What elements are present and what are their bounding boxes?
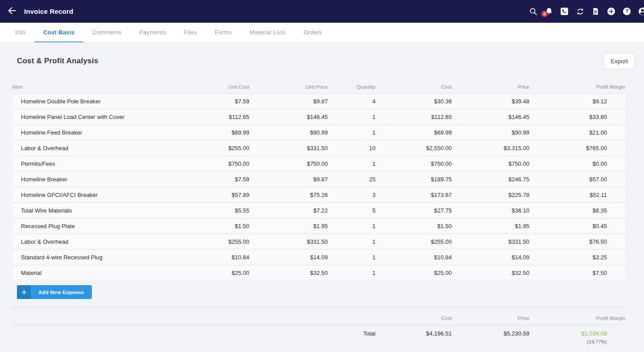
- price-cell: $39.48: [452, 94, 529, 108]
- unit-cost-cell: $57.89: [209, 188, 249, 201]
- total-label: Total: [328, 325, 376, 346]
- tab-files[interactable]: Files: [175, 23, 206, 42]
- table-row[interactable]: Total Wire Materials $5.55 $7.22 5 $27.7…: [12, 204, 625, 217]
- profit-margin-cell: $21.00: [529, 126, 625, 139]
- help-icon[interactable]: ?: [622, 7, 632, 16]
- table-row[interactable]: Homeline GFCI/AFCI Breaker $57.89 $75.26…: [12, 188, 625, 201]
- topbar: Invoice Record 4 ?: [0, 0, 644, 23]
- tab-bar: Info Cost Basis Comments Payments Files …: [0, 23, 644, 43]
- cost-cell: $750.00: [376, 157, 452, 170]
- quantity-cell: 1: [328, 157, 376, 170]
- table-row[interactable]: Recessed Plug Plate $1.50 $1.95 1 $1.50 …: [12, 219, 625, 233]
- unit-cost-cell: $69.99: [209, 126, 249, 139]
- svg-text:?: ?: [625, 8, 628, 14]
- table-row[interactable]: Homeline Feed Breaker $69.99 $90.99 1 $6…: [12, 126, 625, 139]
- table-row[interactable]: Permits/Fees $750.00 $750.00 1 $750.00 $…: [12, 157, 625, 170]
- unit-cost-cell: $5.55: [209, 204, 249, 217]
- table-row[interactable]: Homeline Panel Load Center with Cover $1…: [12, 110, 625, 123]
- table-row[interactable]: Standard 4-wire Recessed Plug $10.84 $14…: [12, 250, 625, 264]
- item-cell: Labor & Overhead: [12, 235, 209, 248]
- column-header-item: Item: [12, 75, 209, 92]
- quantity-cell: 3: [328, 188, 376, 201]
- price-cell: $3,315.00: [452, 141, 529, 155]
- add-new-icon[interactable]: [607, 7, 616, 16]
- unit-price-cell: $750.00: [249, 157, 328, 170]
- cost-table: Item Unit Cost Unit Price Quantity Cost …: [12, 73, 625, 282]
- back-button[interactable]: [4, 4, 20, 19]
- phone-icon[interactable]: [560, 7, 569, 16]
- totals-header-price: Price: [452, 308, 529, 325]
- column-header-profit-margin: Profit Margin: [529, 75, 625, 92]
- profit-margin-cell: $8.35: [529, 204, 625, 217]
- back-arrow-icon: [7, 6, 17, 17]
- add-new-expense-button[interactable]: Add New Expense: [17, 285, 92, 299]
- add-new-expense-label: Add New Expense: [31, 285, 92, 299]
- tab-material-lists[interactable]: Material Lists: [241, 23, 295, 42]
- totals-header-profit-margin: Profit Margin: [529, 308, 625, 325]
- unit-price-cell: $75.26: [249, 188, 328, 201]
- tab-forms[interactable]: Forms: [206, 23, 241, 42]
- export-button[interactable]: Export: [603, 53, 635, 69]
- unit-cost-cell: $750.00: [209, 157, 249, 170]
- tab-payments[interactable]: Payments: [130, 23, 175, 42]
- totals-header-row: Cost Price Profit Margin: [12, 308, 625, 325]
- plus-icon: [17, 285, 31, 299]
- unit-price-cell: $14.09: [249, 250, 328, 264]
- table-row[interactable]: Homeline Breaker $7.59 $9.87 25 $189.75 …: [12, 172, 625, 186]
- section-divider: [12, 307, 625, 307]
- notifications-bell-icon[interactable]: 4: [544, 7, 553, 16]
- section-title: Cost & Profit Analysis: [17, 57, 98, 65]
- profit-margin-cell: $3.25: [529, 250, 625, 264]
- unit-price-cell: $32.50: [249, 266, 328, 279]
- price-cell: $32.50: [452, 266, 529, 279]
- totals-row: Total $4,196.51 $5,230.59 $1,034.08 (19.…: [12, 325, 625, 346]
- unit-price-cell: $9.87: [249, 94, 328, 108]
- price-cell: $90.99: [452, 126, 529, 139]
- unit-cost-cell: $1.50: [209, 219, 249, 233]
- cost-cell: $30.36: [376, 94, 452, 108]
- table-header-row: Item Unit Cost Unit Price Quantity Cost …: [12, 75, 625, 92]
- tab-info[interactable]: Info: [6, 23, 34, 42]
- profit-margin-cell: $7.50: [529, 266, 625, 279]
- table-row[interactable]: Labor & Overhead $255.00 $331.50 1 $255.…: [12, 235, 625, 248]
- table-row[interactable]: Homeline Double Pole Breaker $7.59 $9.87…: [12, 94, 625, 108]
- table-row[interactable]: Labor & Overhead $255.00 $331.50 10 $2,5…: [12, 141, 625, 155]
- profit-margin-cell: $0.00: [529, 157, 625, 170]
- item-cell: Total Wire Materials: [12, 204, 209, 217]
- unit-price-cell: $1.95: [249, 219, 328, 233]
- tab-comments[interactable]: Comments: [83, 23, 130, 42]
- item-cell: Recessed Plug Plate: [12, 219, 209, 233]
- table-row[interactable]: Material $25.00 $32.50 1 $25.00 $32.50 $…: [12, 266, 625, 279]
- cost-cell: $69.99: [376, 126, 452, 139]
- search-icon[interactable]: [528, 7, 538, 16]
- item-cell: Homeline Double Pole Breaker: [12, 94, 209, 108]
- item-cell: Labor & Overhead: [12, 141, 209, 155]
- price-cell: $331.50: [452, 235, 529, 248]
- sync-icon[interactable]: [575, 7, 585, 16]
- quantity-cell: 1: [328, 266, 376, 279]
- tab-cost-basis[interactable]: Cost Basis: [34, 23, 83, 42]
- item-cell: Homeline Breaker: [12, 172, 209, 186]
- total-profit-margin-percent: (19.77%): [529, 338, 607, 346]
- total-profit-margin-value: $1,034.08: [529, 330, 607, 337]
- total-profit-margin-cell: $1,034.08 (19.77%): [529, 325, 625, 346]
- price-cell: $14.09: [452, 250, 529, 264]
- unit-price-cell: $331.50: [249, 141, 328, 155]
- price-cell: $36.10: [452, 204, 529, 217]
- profit-margin-cell: $0.45: [529, 219, 625, 233]
- quantity-cell: 25: [328, 172, 376, 186]
- cost-cell: $112.65: [376, 110, 452, 123]
- tab-orders[interactable]: Orders: [295, 23, 331, 42]
- total-cost-value: $4,196.51: [376, 325, 452, 346]
- price-cell: $225.78: [452, 188, 529, 201]
- unit-cost-cell: $7.59: [209, 172, 249, 186]
- profit-margin-cell: $57.00: [529, 172, 625, 186]
- document-icon[interactable]: [591, 7, 600, 16]
- unit-price-cell: $90.99: [249, 126, 328, 139]
- column-header-quantity: Quantity: [328, 75, 376, 92]
- profit-margin-cell: $52.11: [529, 188, 625, 201]
- item-cell: Standard 4-wire Recessed Plug: [12, 250, 209, 264]
- account-icon[interactable]: [638, 7, 644, 16]
- quantity-cell: 5: [328, 204, 376, 217]
- profit-margin-cell: $76.50: [529, 235, 625, 248]
